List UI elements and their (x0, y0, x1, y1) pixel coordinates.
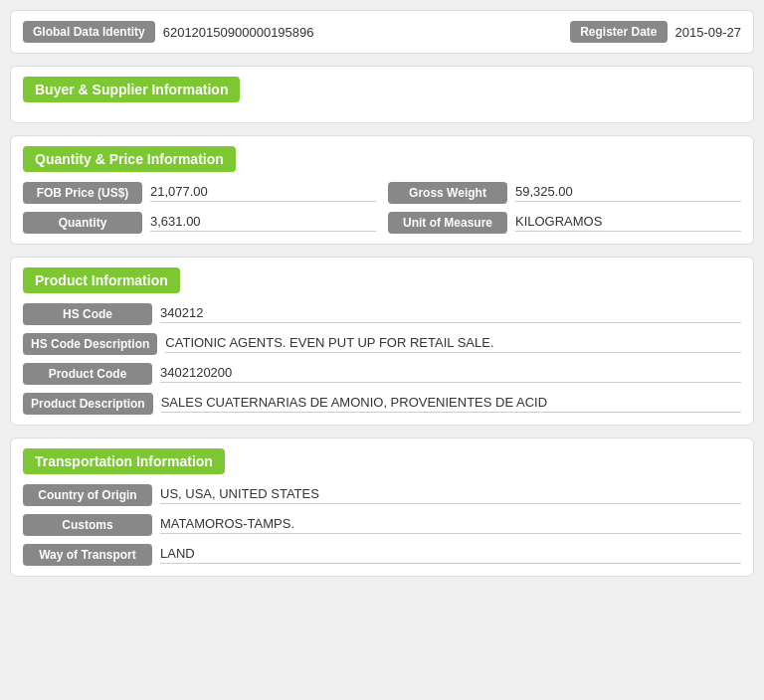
quantity-price-fields: FOB Price (US$) 21,077.00 Gross Weight 5… (23, 182, 741, 234)
product-desc-label: Product Description (23, 393, 153, 415)
product-code-value: 3402120200 (160, 365, 741, 383)
hs-code-row: HS Code 340212 (23, 303, 741, 325)
quantity-label: Quantity (23, 212, 142, 234)
product-desc-row: Product Description SALES CUATERNARIAS D… (23, 393, 741, 415)
customs-label: Customs (23, 514, 152, 536)
qp-row-1: FOB Price (US$) 21,077.00 Gross Weight 5… (23, 182, 741, 204)
quantity-value: 3,631.00 (150, 214, 376, 232)
way-of-transport-label: Way of Transport (23, 544, 152, 566)
transportation-header: Transportation Information (23, 448, 225, 474)
country-of-origin-label: Country of Origin (23, 484, 152, 506)
unit-of-measure-pair: Unit of Measure KILOGRAMOS (388, 212, 741, 234)
unit-of-measure-label: Unit of Measure (388, 212, 507, 234)
quantity-price-card: Quantity & Price Information FOB Price (… (10, 135, 754, 245)
fob-price-value: 21,077.00 (150, 184, 376, 202)
qp-row-2: Quantity 3,631.00 Unit of Measure KILOGR… (23, 212, 741, 234)
register-date-value: 2015-09-27 (675, 25, 742, 40)
way-of-transport-value: LAND (160, 546, 741, 564)
fob-price-pair: FOB Price (US$) 21,077.00 (23, 182, 376, 204)
transportation-card: Transportation Information Country of Or… (10, 438, 754, 577)
buyer-supplier-card: Buyer & Supplier Information (10, 66, 754, 123)
global-identity-row: Global Data Identity 6201201509000001958… (23, 21, 741, 43)
hs-code-desc-label: HS Code Description (23, 333, 157, 355)
global-identity-value: 620120150900000195896 (163, 25, 562, 40)
country-of-origin-value: US, USA, UNITED STATES (160, 486, 741, 504)
product-code-label: Product Code (23, 363, 152, 385)
product-fields: HS Code 340212 HS Code Description CATIO… (23, 303, 741, 415)
hs-code-desc-row: HS Code Description CATIONIC AGENTS. EVE… (23, 333, 741, 355)
hs-code-value: 340212 (160, 305, 741, 323)
transportation-fields: Country of Origin US, USA, UNITED STATES… (23, 484, 741, 566)
product-header: Product Information (23, 267, 180, 293)
product-card: Product Information HS Code 340212 HS Co… (10, 257, 754, 426)
customs-row: Customs MATAMOROS-TAMPS. (23, 514, 741, 536)
gross-weight-pair: Gross Weight 59,325.00 (388, 182, 741, 204)
register-date-label: Register Date (570, 21, 667, 43)
fob-price-label: FOB Price (US$) (23, 182, 142, 204)
gross-weight-label: Gross Weight (388, 182, 507, 204)
country-of-origin-row: Country of Origin US, USA, UNITED STATES (23, 484, 741, 506)
buyer-supplier-header: Buyer & Supplier Information (23, 77, 240, 102)
way-of-transport-row: Way of Transport LAND (23, 544, 741, 566)
customs-value: MATAMOROS-TAMPS. (160, 516, 741, 534)
hs-code-desc-value: CATIONIC AGENTS. EVEN PUT UP FOR RETAIL … (165, 335, 741, 353)
unit-of-measure-value: KILOGRAMOS (515, 214, 741, 232)
hs-code-label: HS Code (23, 303, 152, 325)
product-desc-value: SALES CUATERNARIAS DE AMONIO, PROVENIENT… (161, 395, 741, 413)
gross-weight-value: 59,325.00 (515, 184, 741, 202)
product-code-row: Product Code 3402120200 (23, 363, 741, 385)
global-identity-label: Global Data Identity (23, 21, 155, 43)
quantity-pair: Quantity 3,631.00 (23, 212, 376, 234)
quantity-price-header: Quantity & Price Information (23, 146, 236, 172)
global-identity-card: Global Data Identity 6201201509000001958… (10, 10, 754, 54)
